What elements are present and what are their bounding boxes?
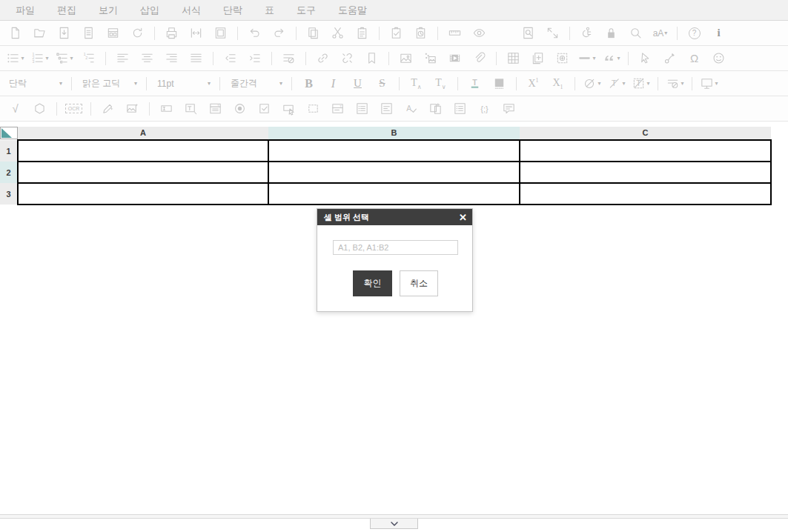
font-color-button[interactable]: T: [463, 73, 487, 94]
info-button[interactable]: i: [706, 23, 731, 44]
cell-B2[interactable]: [268, 162, 520, 183]
find-document-button[interactable]: [516, 23, 540, 44]
cell-B3[interactable]: [268, 183, 520, 205]
row-header-1[interactable]: 1: [0, 140, 18, 162]
align-center-button[interactable]: [135, 48, 159, 69]
special-character-button[interactable]: Ω: [682, 48, 706, 69]
clipboard-history-button[interactable]: [408, 23, 433, 44]
selection-field-button[interactable]: [301, 99, 325, 119]
panel-collapse-button[interactable]: [370, 519, 418, 529]
hyperlink-button[interactable]: [311, 48, 335, 69]
menu-item-tools[interactable]: 도구: [285, 0, 327, 21]
cell-A2[interactable]: [18, 162, 268, 183]
clipart-button[interactable]: [418, 48, 443, 69]
cell-B1[interactable]: [268, 140, 520, 162]
table-button[interactable]: [501, 48, 526, 69]
column-header-A[interactable]: A: [18, 127, 268, 139]
insert-object-button[interactable]: [526, 48, 550, 69]
paragraph-marks-button[interactable]: ▾: [663, 73, 687, 94]
menu-item-edit[interactable]: 편집: [46, 0, 87, 21]
ai-pen-button[interactable]: [96, 99, 120, 119]
table-select-all-corner[interactable]: [0, 127, 18, 139]
menu-item-help[interactable]: 도움말: [327, 0, 378, 21]
display-settings-button[interactable]: ▾: [697, 73, 721, 94]
clear-character-format-button[interactable]: T▾: [604, 73, 629, 94]
redo-button[interactable]: [267, 23, 291, 44]
cell-A1[interactable]: [18, 140, 268, 162]
menu-item-table[interactable]: 표: [254, 0, 285, 21]
insert-frame-button[interactable]: [550, 48, 575, 69]
attachment-button[interactable]: [467, 48, 491, 69]
text-field-button[interactable]: [154, 99, 179, 119]
column-header-C[interactable]: C: [520, 127, 771, 139]
paste-option-button[interactable]: [384, 23, 408, 44]
ocr-button[interactable]: OCR: [62, 99, 86, 119]
copy-button[interactable]: [301, 23, 325, 44]
video-button[interactable]: [443, 48, 467, 69]
form-field-button[interactable]: T: [203, 99, 228, 119]
push-button-button[interactable]: [277, 99, 301, 119]
outline-numbering-button[interactable]: 12: [76, 48, 101, 69]
print-button[interactable]: [159, 23, 184, 44]
cell-C3[interactable]: [520, 183, 771, 205]
version-history-button[interactable]: [125, 23, 150, 44]
document-outline-button[interactable]: [76, 23, 101, 44]
spacing-dropdown[interactable]: 줄간격▾: [225, 75, 287, 93]
page-borders-button[interactable]: [208, 23, 233, 44]
bold-button[interactable]: B: [297, 73, 321, 94]
menu-item-insert[interactable]: 삽입: [129, 0, 170, 21]
cancel-button[interactable]: 취소: [400, 270, 438, 296]
form-title-button[interactable]: T: [325, 99, 350, 119]
undo-button[interactable]: [242, 23, 267, 44]
help-button[interactable]: ?: [682, 23, 706, 44]
indent-button[interactable]: [242, 48, 267, 69]
size-dropdown[interactable]: 11pt▾: [151, 75, 215, 93]
duplicate-pages-button[interactable]: [423, 99, 448, 119]
fullscreen-button[interactable]: [540, 23, 565, 44]
row-header-2[interactable]: 2: [0, 162, 18, 183]
row-header-3[interactable]: 3: [0, 183, 18, 205]
bullet-list-button[interactable]: ▾: [3, 48, 27, 69]
page-template-button[interactable]: [101, 23, 125, 44]
clear-all-format-button[interactable]: T▾: [629, 73, 653, 94]
code-braces-button[interactable]: {;}: [472, 99, 497, 119]
comment-button[interactable]: [497, 99, 521, 119]
menu-item-paragraph[interactable]: 단락: [212, 0, 254, 21]
ruler-button[interactable]: [443, 23, 467, 44]
multilevel-list-button[interactable]: ▾: [52, 48, 76, 69]
open-document-button[interactable]: [27, 23, 52, 44]
cell-range-input[interactable]: [333, 240, 458, 255]
save-document-button[interactable]: [52, 23, 76, 44]
radio-button-button[interactable]: [228, 99, 252, 119]
equation-button[interactable]: √: [3, 99, 27, 119]
menu-item-view[interactable]: 보기: [87, 0, 129, 21]
column-header-B[interactable]: B: [268, 127, 520, 139]
cell-C2[interactable]: [520, 162, 771, 183]
new-document-button[interactable]: [3, 23, 27, 44]
search-button[interactable]: [623, 23, 648, 44]
quote-button[interactable]: ▾: [599, 48, 623, 69]
accessibility-button[interactable]: [575, 23, 599, 44]
source-code-button[interactable]: [491, 23, 516, 44]
character-style-button[interactable]: ▾: [580, 73, 604, 94]
text-box-button[interactable]: [179, 99, 203, 119]
checkbox-button[interactable]: [252, 99, 277, 119]
spell-check-button[interactable]: A: [399, 99, 423, 119]
lock-button[interactable]: [599, 23, 623, 44]
font-size-up-button[interactable]: T∧: [404, 73, 428, 94]
align-left-button[interactable]: [110, 48, 135, 69]
bookmark-button[interactable]: [360, 48, 384, 69]
outdent-button[interactable]: [218, 48, 242, 69]
italic-button[interactable]: I: [321, 73, 345, 94]
preview-button[interactable]: [467, 23, 491, 44]
cell-C1[interactable]: [520, 140, 771, 162]
menu-item-file[interactable]: 파일: [4, 0, 46, 21]
list-field-button[interactable]: [350, 99, 374, 119]
close-icon[interactable]: ✕: [459, 213, 467, 222]
page-width-button[interactable]: [184, 23, 208, 44]
align-justify-button[interactable]: [184, 48, 208, 69]
highlight-color-button[interactable]: T: [487, 73, 511, 94]
paste-button[interactable]: [350, 23, 374, 44]
emoji-button[interactable]: [706, 48, 731, 69]
remove-hyperlink-button[interactable]: [335, 48, 360, 69]
